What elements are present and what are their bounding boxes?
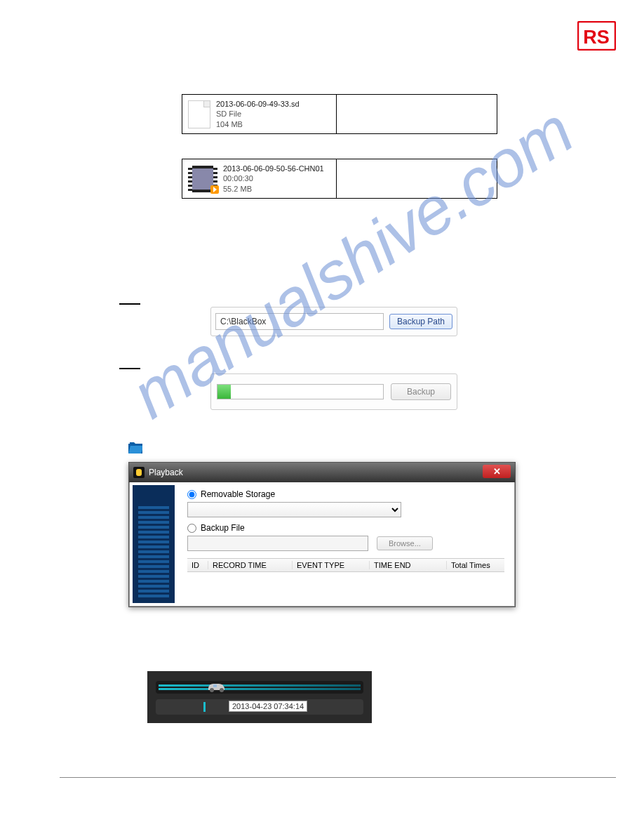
dialog-sidebar (133, 485, 175, 603)
sd-file-row: 2013-06-06-09-49-33.sd SD File 104 MB (182, 94, 497, 134)
col-id[interactable]: ID (187, 561, 208, 569)
playback-dialog: Playback ✕ Removable Storage Backup File… (128, 462, 516, 607)
speed-timeline-panel: 2013-04-23 07:34:14 (147, 671, 372, 723)
file-name: 2013-06-06-09-50-56-CHN01 (223, 164, 324, 173)
file-name: 2013-06-06-09-49-33.sd (216, 99, 300, 109)
close-button[interactable]: ✕ (483, 465, 511, 478)
backup-path-input[interactable] (215, 313, 384, 330)
step-marker (119, 303, 140, 305)
file-size: 104 MB (216, 119, 300, 129)
document-icon (188, 100, 210, 128)
video-thumbnail-icon (188, 166, 217, 192)
col-total-times[interactable]: Total Times (447, 561, 503, 569)
svg-marker-4 (128, 446, 142, 454)
speed-gauge[interactable] (156, 681, 363, 694)
close-icon: ✕ (493, 466, 501, 477)
dialog-titlebar[interactable]: Playback ✕ (129, 463, 515, 482)
backup-button[interactable]: Backup (391, 383, 451, 400)
svg-rect-7 (213, 684, 217, 687)
backup-file-input (187, 536, 368, 551)
backup-progress-bar (217, 384, 384, 399)
backup-file-radio[interactable]: Backup File (187, 523, 504, 533)
col-time-end[interactable]: TIME END (370, 561, 447, 569)
removable-storage-radio-input[interactable] (187, 490, 196, 499)
svg-marker-3 (130, 442, 135, 444)
removable-storage-radio[interactable]: Removable Storage (187, 489, 504, 499)
timestamp-tooltip: 2013-04-23 07:34:14 (229, 701, 307, 712)
timeline-marker[interactable] (203, 702, 206, 712)
browse-button[interactable]: Browse... (377, 536, 433, 550)
storage-select[interactable] (187, 502, 401, 517)
sd-file-item[interactable]: 2013-06-06-09-49-33.sd SD File 104 MB (182, 95, 337, 133)
col-event-type[interactable]: EVENT TYPE (293, 561, 370, 569)
dialog-title: Playback (149, 468, 183, 477)
backup-path-panel: Backup Path (210, 307, 457, 336)
video-file-item[interactable]: 2013-06-06-09-50-56-CHN01 00:00:30 55.2 … (182, 159, 337, 198)
playback-icon (133, 467, 145, 478)
rs-logo: RS (577, 21, 616, 53)
removable-storage-label: Removable Storage (201, 489, 275, 499)
backup-file-radio-input[interactable] (187, 524, 196, 533)
svg-text:RS: RS (583, 27, 610, 48)
car-icon[interactable] (206, 679, 227, 693)
svg-point-6 (220, 688, 224, 692)
step-marker (119, 368, 140, 369)
folder-open-icon[interactable] (128, 442, 142, 454)
video-file-row: 2013-06-06-09-50-56-CHN01 00:00:30 55.2 … (182, 159, 497, 199)
col-record-time[interactable]: RECORD TIME (208, 561, 293, 569)
file-duration: 00:00:30 (223, 173, 324, 183)
svg-point-5 (210, 688, 214, 692)
divider (60, 777, 616, 778)
backup-file-label: Backup File (201, 523, 245, 533)
results-table-header: ID RECORD TIME EVENT TYPE TIME END Total… (187, 558, 504, 572)
file-type: SD File (216, 109, 300, 119)
timeline-bar[interactable]: 2013-04-23 07:34:14 (156, 699, 363, 715)
file-size: 55.2 MB (223, 184, 324, 194)
backup-path-button[interactable]: Backup Path (389, 314, 452, 329)
backup-progress-panel: Backup (210, 373, 457, 410)
